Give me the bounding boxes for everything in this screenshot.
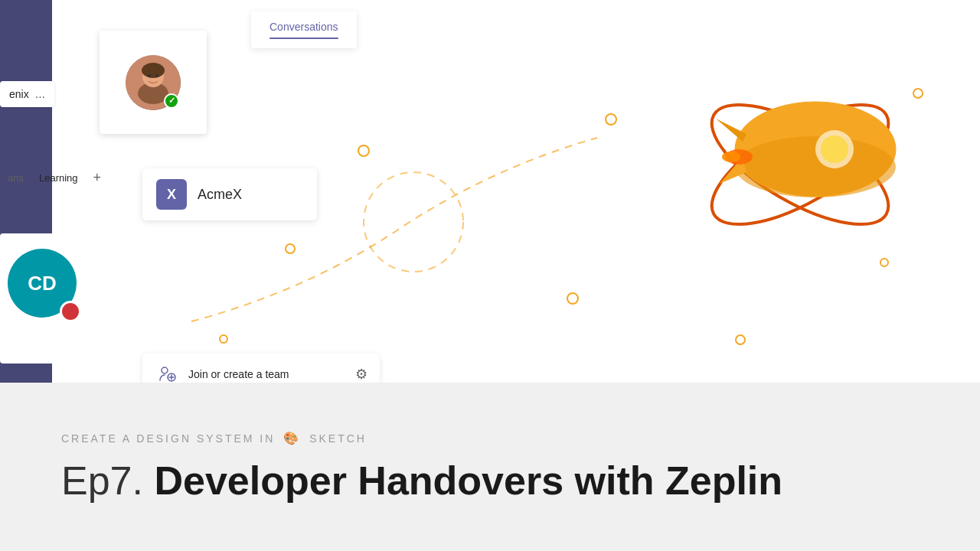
profile-card	[100, 31, 207, 134]
cd-busy-status	[60, 301, 81, 322]
svg-point-21	[722, 152, 740, 162]
team-name-label: enix	[9, 88, 29, 100]
sketch-emoji: 🎨	[283, 432, 301, 445]
tab-learning[interactable]: Learning	[39, 172, 78, 184]
subtitle-row: CREATE A DESIGN SYSTEM IN 🎨 SKETCH	[61, 431, 919, 445]
svg-point-6	[162, 367, 168, 373]
settings-gear-icon[interactable]: ⚙	[355, 366, 368, 383]
svg-point-4	[148, 74, 151, 77]
zeplin-rocket-logo	[689, 38, 934, 283]
acmex-name: AcmeX	[198, 187, 242, 203]
deco-circle-2	[358, 145, 370, 157]
conversations-label: Conversations	[270, 21, 338, 33]
svg-point-3	[142, 63, 165, 78]
svg-point-5	[155, 74, 158, 77]
title-bold-text: Developer Handovers with Zeplin	[154, 458, 782, 503]
join-label-text: Join or create a team	[188, 368, 346, 380]
deco-circle-4	[567, 292, 579, 305]
deco-circle-3	[285, 243, 296, 254]
acmex-team-card[interactable]: X AcmeX	[142, 168, 317, 220]
episode-label: Ep7.	[61, 458, 143, 503]
deco-circle-1	[605, 113, 617, 126]
active-tab-underline	[270, 37, 338, 39]
subtitle-suffix: SKETCH	[309, 432, 367, 445]
main-title: Ep7. Developer Handovers with Zeplin	[61, 459, 919, 503]
online-status-badge	[164, 93, 179, 109]
svg-point-14	[735, 136, 896, 197]
add-tab-button[interactable]: +	[93, 170, 102, 186]
cd-user-card: CD	[0, 233, 100, 364]
svg-point-19	[821, 135, 848, 163]
avatar-container	[126, 55, 181, 110]
acmex-icon: X	[156, 179, 187, 210]
subtitle-prefix: CREATE A DESIGN SYSTEM IN	[61, 432, 275, 445]
channel-tabs-row: ans Learning +	[0, 170, 109, 186]
more-options-dots[interactable]: ...	[35, 87, 45, 101]
deco-circle-8	[219, 334, 228, 344]
bottom-banner: CREATE A DESIGN SYSTEM IN 🎨 SKETCH Ep7. …	[0, 383, 980, 551]
deco-circle-7	[735, 334, 746, 345]
tab-partial-ans[interactable]: ans	[8, 172, 24, 184]
team-name-partial[interactable]: enix ...	[0, 81, 54, 107]
conversations-tab[interactable]: Conversations	[251, 11, 357, 48]
